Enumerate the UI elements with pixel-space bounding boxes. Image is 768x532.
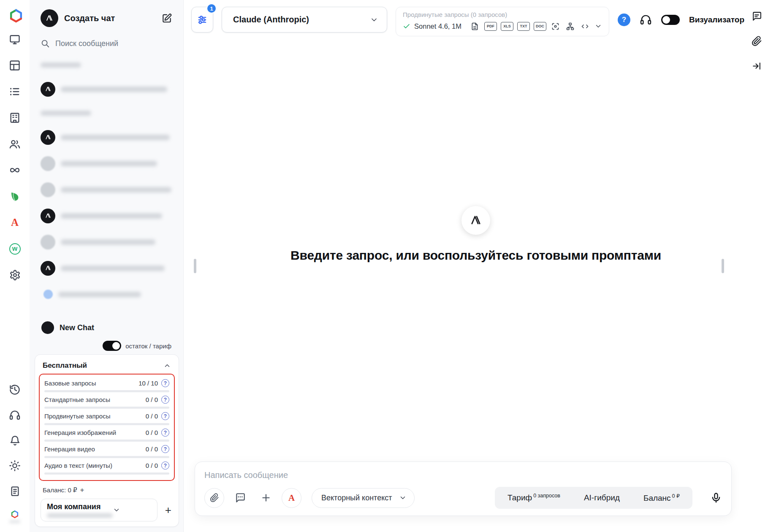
quota-label: Генерация видео xyxy=(44,445,95,453)
search-input[interactable] xyxy=(55,39,172,48)
chat-avatar xyxy=(41,182,55,197)
quota-row: Стандартные запросы0 / 0? xyxy=(44,396,169,409)
plan-name: Бесплатный xyxy=(43,361,87,370)
chat-avatar xyxy=(43,290,53,299)
chat-list-item[interactable] xyxy=(41,176,175,203)
new-chat-item[interactable]: New Chat xyxy=(35,318,179,337)
ai-avatar xyxy=(41,9,58,27)
message-composer: A Векторный контекст Тариф0 запросов AI-… xyxy=(195,461,732,516)
chat-section-label xyxy=(41,102,175,124)
visualizer-toggle[interactable] xyxy=(661,15,680,25)
usage-toggle[interactable] xyxy=(103,341,121,351)
support-headset-icon[interactable] xyxy=(8,409,21,421)
left-resize-handle[interactable] xyxy=(194,259,196,273)
footer-logo-icon[interactable] xyxy=(8,510,21,523)
message-input[interactable] xyxy=(204,470,722,480)
chevron-up-icon[interactable] xyxy=(163,362,171,369)
task-list-icon[interactable] xyxy=(8,85,21,98)
main-area: 1 Claude (Anthropic) Продвинутые запросы… xyxy=(184,0,768,532)
left-icon-rail: A w xyxy=(0,0,30,532)
message-search[interactable] xyxy=(30,27,183,51)
terms-doc-icon[interactable] xyxy=(8,485,21,497)
feedback-chat-icon[interactable] xyxy=(752,11,762,22)
balance-row: Баланс: 0 ₽ + xyxy=(39,481,175,499)
notifications-bell-icon[interactable] xyxy=(8,434,21,447)
help-icon[interactable]: ? xyxy=(161,412,169,420)
toggle-knob xyxy=(662,16,670,24)
usage-toggle-row: остаток / тариф xyxy=(35,337,179,354)
help-icon[interactable]: ? xyxy=(161,379,169,387)
help-icon[interactable]: ? xyxy=(161,396,169,404)
chat-list-item[interactable] xyxy=(41,124,175,150)
chat-list xyxy=(30,51,183,316)
chat-avatar xyxy=(41,82,55,97)
quota-progress xyxy=(44,440,169,442)
settings-badge: 1 xyxy=(206,3,217,14)
ai-hybrid-item[interactable]: AI-гибрид xyxy=(584,493,620,502)
model-settings-button[interactable]: 1 xyxy=(191,7,213,33)
empty-state-title: Введите запрос, или воспользуйтесь готов… xyxy=(290,248,661,263)
plan-header[interactable]: Бесплатный xyxy=(39,359,175,374)
chevron-down-icon xyxy=(113,506,120,514)
quota-value: 0 / 0 xyxy=(146,429,158,436)
add-button[interactable] xyxy=(256,488,276,508)
add-company-button[interactable]: + xyxy=(163,504,173,517)
chat-avatar xyxy=(41,130,55,145)
leaf-app-icon[interactable] xyxy=(8,190,21,203)
balance-add-button[interactable]: + xyxy=(80,486,84,494)
compose-icon[interactable] xyxy=(161,13,172,24)
quota-row: Базовые запросы10 / 10? xyxy=(44,379,169,392)
history-icon[interactable] xyxy=(8,383,21,396)
footer-logo-caption xyxy=(9,521,20,523)
integrations-infinity-icon[interactable] xyxy=(8,164,21,176)
layout-board-icon[interactable] xyxy=(8,59,21,72)
attachments-paperclip-icon[interactable] xyxy=(752,36,762,46)
rail-top-icons: A w xyxy=(8,33,21,281)
microphone-button[interactable] xyxy=(710,492,722,504)
prompt-library-button[interactable] xyxy=(230,488,250,508)
balance-item[interactable]: Баланс0 ₽ xyxy=(643,493,680,503)
quota-label: Аудио в текст (минуты) xyxy=(44,462,112,469)
help-icon[interactable]: ? xyxy=(161,461,169,470)
team-icon[interactable] xyxy=(8,138,21,150)
rail-bottom-icons xyxy=(8,383,21,523)
vector-context-selector[interactable]: Векторный контекст xyxy=(312,488,415,508)
chat-list-item[interactable] xyxy=(41,229,175,255)
chat-list-item[interactable] xyxy=(41,203,175,229)
quota-value: 0 / 0 xyxy=(146,396,158,403)
chat-list-item[interactable] xyxy=(41,255,175,281)
new-chat-label: New Chat xyxy=(60,323,94,332)
organization-icon[interactable] xyxy=(8,111,21,124)
attach-file-button[interactable] xyxy=(204,488,224,508)
quota-label: Стандартные запросы xyxy=(44,396,110,403)
tariff-item[interactable]: Тариф0 запросов xyxy=(507,493,560,502)
w-app-icon[interactable]: w xyxy=(8,242,21,255)
company-row: Моя компания + xyxy=(39,499,175,521)
right-resize-handle[interactable] xyxy=(722,259,724,273)
company-subtitle xyxy=(47,513,113,518)
app-logo-icon[interactable] xyxy=(8,8,21,21)
quota-progress xyxy=(44,423,169,425)
a-app-icon[interactable]: A xyxy=(8,216,21,229)
quota-highlight-box: Базовые запросы10 / 10? Стандартные запр… xyxy=(39,374,175,481)
ai-logo xyxy=(461,206,490,235)
company-selector[interactable]: Моя компания xyxy=(41,499,157,521)
settings-gear-icon[interactable] xyxy=(8,269,21,281)
collapse-panel-icon[interactable] xyxy=(752,61,762,71)
chat-list-item[interactable] xyxy=(41,281,175,307)
quota-progress xyxy=(44,472,169,475)
company-info: Моя компания xyxy=(47,502,113,518)
help-icon[interactable]: ? xyxy=(161,429,169,437)
empty-state: Введите запрос, или воспользуйтесь готов… xyxy=(184,7,768,461)
quota-value: 0 / 0 xyxy=(146,445,158,453)
balance-label: Баланс: 0 ₽ xyxy=(43,486,77,494)
create-chat-label[interactable]: Создать чат xyxy=(64,14,115,23)
help-icon[interactable]: ? xyxy=(161,445,169,453)
theme-sun-icon[interactable] xyxy=(8,459,21,472)
vector-context-label: Векторный контекст xyxy=(321,494,392,502)
quota-value: 0 / 0 xyxy=(146,413,158,420)
chat-list-item[interactable] xyxy=(41,150,175,176)
chat-list-item[interactable] xyxy=(41,76,175,102)
terminal-icon[interactable] xyxy=(8,33,21,46)
a-assistant-button[interactable]: A xyxy=(282,488,301,508)
